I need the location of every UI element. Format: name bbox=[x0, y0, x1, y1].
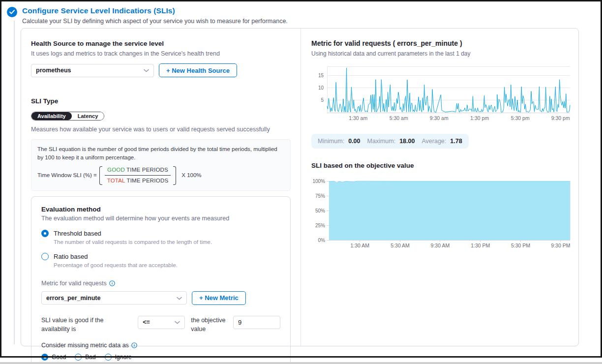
total-time-periods-label: TOTAL bbox=[107, 178, 125, 183]
average-label: Average: bbox=[421, 138, 446, 145]
svg-text:75%: 75% bbox=[315, 193, 325, 199]
left-bracket bbox=[99, 166, 102, 185]
svg-text:1:30 AM: 1:30 AM bbox=[350, 243, 369, 248]
formula-suffix: X 100% bbox=[181, 171, 201, 180]
svg-text:1:30 am: 1:30 am bbox=[349, 115, 367, 121]
numerator-rest: TIME PERIODS bbox=[125, 167, 168, 173]
good-label: Good bbox=[52, 354, 66, 361]
threshold-based-description: The number of valid requests is compared… bbox=[54, 239, 280, 245]
svg-text:5:30 am: 5:30 am bbox=[390, 115, 408, 121]
svg-text:9:30 am: 9:30 am bbox=[430, 115, 449, 121]
svg-text:25%: 25% bbox=[315, 223, 325, 228]
svg-text:9:30 pm: 9:30 pm bbox=[551, 115, 570, 121]
sli-configuration-screen: Configure Service Level Indicatiors (SLI… bbox=[0, 0, 602, 364]
svg-text:5: 5 bbox=[321, 97, 324, 103]
page-title: Configure Service Level Indicatiors (SLI… bbox=[22, 6, 288, 15]
ratio-based-label: Ratio based bbox=[54, 253, 88, 260]
right-bracket bbox=[173, 166, 176, 185]
sli-config-card: Health Source to manage the service leve… bbox=[21, 28, 579, 346]
ratio-based-option: Ratio based bbox=[41, 253, 280, 260]
stepper-line bbox=[14, 21, 15, 344]
chevron-down-icon bbox=[144, 67, 149, 74]
threshold-based-label: Threshold based bbox=[54, 230, 101, 237]
chevron-down-icon bbox=[177, 295, 182, 302]
info-icon[interactable] bbox=[131, 342, 137, 348]
ignore-label: Ignore bbox=[115, 354, 132, 361]
sli-equation-text: The SLI equation is the number of good t… bbox=[37, 145, 284, 161]
metric-stats-pill: Minimum: 0.00 Maximum: 18.00 Average: 1.… bbox=[311, 134, 469, 149]
operator-select[interactable]: <= bbox=[138, 316, 185, 329]
info-icon[interactable] bbox=[109, 280, 115, 286]
formula-prefix: Time Window SLI (%) = bbox=[37, 171, 97, 180]
sli-type-toggle: Availability Latency bbox=[31, 112, 104, 121]
good-time-periods-label: GOOD bbox=[107, 167, 125, 173]
sli-area-chart: 0%25%50%75%100%1:30 AM5:30 AM9:30 AM1:30… bbox=[311, 178, 572, 253]
svg-text:50%: 50% bbox=[315, 208, 325, 213]
metric-select[interactable]: errors_per_minute bbox=[41, 291, 187, 304]
objective-condition-row: SLI value is good if the availability is… bbox=[41, 316, 280, 334]
missing-data-label-text: Consider missing metric data as bbox=[41, 342, 129, 349]
chevron-down-icon bbox=[175, 319, 180, 326]
page-header: Configure Service Level Indicatiors (SLI… bbox=[7, 6, 288, 25]
evaluation-method-description: The evaluation method will determine how… bbox=[41, 215, 280, 222]
minimum-label: Minimum: bbox=[318, 138, 344, 145]
sli-equation-box: The SLI equation is the number of good t… bbox=[31, 139, 291, 191]
missing-option-good: Good bbox=[41, 354, 66, 361]
new-health-source-button[interactable]: + New Health Source bbox=[159, 63, 237, 77]
missing-option-ignore: Ignore bbox=[105, 354, 132, 361]
metric-label-text: Metric for valid requests bbox=[41, 280, 107, 287]
metric-for-valid-requests-label: Metric for valid requests bbox=[41, 280, 280, 287]
sli-type-heading: SLI Type bbox=[31, 97, 291, 105]
sli-type-option-availability[interactable]: Availability bbox=[31, 112, 72, 120]
step-complete-check-icon bbox=[7, 7, 17, 17]
sli-chart-heading: SLI based on the objective value bbox=[311, 162, 572, 169]
preview-column: Metric for valid requests ( errors_per_m… bbox=[301, 29, 581, 346]
svg-text:9:30 PM: 9:30 PM bbox=[551, 243, 570, 248]
maximum-value: 18.00 bbox=[399, 138, 415, 145]
svg-text:1:30 PM: 1:30 PM bbox=[471, 243, 490, 248]
svg-text:5:30 PM: 5:30 PM bbox=[511, 243, 530, 248]
missing-data-label: Consider missing metric data as bbox=[41, 342, 280, 349]
evaluation-method-heading: Evaluation method bbox=[41, 206, 280, 213]
config-column: Health Source to manage the service leve… bbox=[21, 29, 301, 346]
formula-fraction: GOOD TIME PERIODS TOTAL TIME PERIODS bbox=[105, 166, 171, 184]
average-value: 1.78 bbox=[450, 138, 462, 145]
ratio-based-description: Percentage of good requests that are acc… bbox=[54, 262, 280, 268]
operator-selected-value: <= bbox=[143, 319, 150, 326]
svg-text:5:30 AM: 5:30 AM bbox=[391, 243, 410, 248]
health-source-selected-value: prometheus bbox=[36, 67, 71, 74]
bottom-strip bbox=[0, 362, 602, 364]
svg-text:5:30 pm: 5:30 pm bbox=[511, 115, 530, 121]
minimum-value: 0.00 bbox=[348, 138, 360, 145]
missing-option-bad: Bad bbox=[75, 354, 95, 361]
evaluation-method-card: Evaluation method The evaluation method … bbox=[31, 196, 291, 364]
sli-type-option-latency[interactable]: Latency bbox=[72, 112, 104, 120]
svg-text:15: 15 bbox=[318, 73, 324, 78]
svg-text:0%: 0% bbox=[318, 238, 326, 243]
new-metric-button[interactable]: + New Metric bbox=[192, 291, 246, 305]
svg-text:9:30 AM: 9:30 AM bbox=[431, 243, 450, 248]
metric-line-chart: 510151:30 am5:30 am9:30 am1:30 pm5:30 pm… bbox=[311, 65, 572, 123]
svg-text:1:30 pm: 1:30 pm bbox=[470, 115, 489, 121]
missing-data-options: Good Bad Ignore bbox=[41, 354, 280, 361]
ignore-radio[interactable] bbox=[105, 354, 112, 361]
health-source-heading: Health Source to manage the service leve… bbox=[31, 40, 291, 47]
condition-prefix-label: SLI value is good if the availability is bbox=[41, 316, 132, 334]
svg-text:100%: 100% bbox=[312, 179, 325, 184]
threshold-based-option: Threshold based bbox=[41, 230, 280, 237]
objective-value-input[interactable] bbox=[233, 316, 280, 329]
threshold-based-radio[interactable] bbox=[41, 230, 49, 237]
denominator-rest: TIME PERIODS bbox=[125, 178, 168, 183]
condition-middle-label: the objective value bbox=[191, 316, 227, 334]
good-radio[interactable] bbox=[41, 354, 48, 361]
bad-radio[interactable] bbox=[75, 354, 82, 361]
sli-formula: Time Window SLI (%) = GOOD TIME PERIODS … bbox=[37, 166, 284, 184]
metric-chart-subheading: Using historical data and current parame… bbox=[311, 50, 572, 57]
sli-type-description: Measures how available your service was … bbox=[31, 126, 291, 133]
metric-selected-value: errors_per_minute bbox=[46, 295, 100, 302]
page-subtitle: Calculate your SLI by defining which asp… bbox=[22, 18, 288, 25]
svg-text:10: 10 bbox=[318, 85, 324, 91]
ratio-based-radio[interactable] bbox=[41, 253, 49, 260]
health-source-select[interactable]: prometheus bbox=[31, 64, 154, 77]
maximum-label: Maximum: bbox=[367, 138, 396, 145]
